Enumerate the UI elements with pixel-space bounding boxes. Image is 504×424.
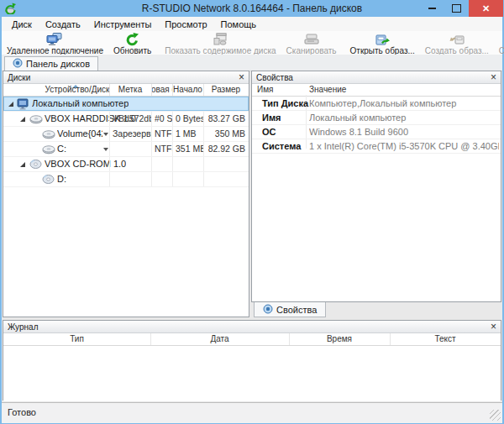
disks-panel-header: Диски × — [3, 71, 249, 84]
tree-item-label: Volume{0423d66f- — [57, 127, 102, 141]
column-header-value[interactable]: Значение — [309, 84, 410, 96]
close-icon[interactable]: × — [491, 73, 496, 81]
maximize-button[interactable] — [444, 0, 469, 17]
column-header-text[interactable]: Текст — [390, 333, 501, 345]
minimize-button[interactable] — [420, 0, 444, 17]
column-header-filesystem[interactable]: овая си — [151, 84, 172, 96]
remote-connection-icon — [46, 33, 63, 46]
cell-size: 82.92 GB — [203, 142, 249, 156]
column-header-type[interactable]: Тип — [3, 333, 150, 345]
cell-filesystem: #0 S... — [151, 112, 172, 126]
toolbar-button-refresh[interactable]: Обновить — [108, 31, 156, 55]
log-body[interactable] — [3, 346, 501, 401]
menu-bar: Диск Создать Инструменты Просмотр Помощь — [2, 17, 502, 31]
log-panel-header: Журнал × — [3, 321, 501, 333]
tree-item-label: Локальный компьютер — [32, 97, 129, 111]
dropdown-arrow-icon[interactable] — [103, 148, 108, 151]
show-disk-content-icon — [213, 33, 228, 46]
menu-item-disk[interactable]: Диск — [5, 18, 39, 30]
column-header-start[interactable]: Начало — [172, 84, 203, 96]
property-row[interactable]: ОС Windows 8.1 Build 9600 — [252, 125, 501, 139]
expand-arrow-icon[interactable] — [8, 102, 13, 107]
menu-item-help[interactable]: Помощь — [214, 18, 264, 30]
close-icon[interactable]: × — [239, 73, 244, 81]
disks-panel: Диски × Устройство/Диск Метка овая си На… — [3, 71, 249, 317]
column-header-name[interactable]: Имя — [257, 84, 299, 96]
tree-row-volume[interactable]: Volume{0423d66f- Зарезервиро... NTFS 1 M… — [3, 127, 249, 142]
tree-row-cdrom[interactable]: VBOX CD-ROM 1.0 — [3, 157, 249, 172]
cell-label: Зарезервиро... — [109, 127, 152, 141]
property-value: Локальный компьютер — [309, 111, 499, 124]
create-image-icon — [449, 33, 465, 46]
harddisk-icon — [29, 114, 43, 126]
cell-start — [172, 157, 203, 171]
column-header-label[interactable]: Метка — [109, 84, 151, 96]
expand-arrow-icon[interactable] — [20, 117, 25, 122]
cell-size — [203, 157, 249, 171]
title-bar[interactable]: R-STUDIO Network 8.0.164464 - Панель дис… — [0, 0, 504, 17]
tab-disk-panel[interactable]: Панель дисков — [4, 56, 98, 71]
property-name: ОС — [262, 125, 276, 139]
property-row[interactable]: Система 1 x Intel(R) Core(TM) i5-3570K C… — [252, 139, 501, 154]
cell-size: 350 MB — [203, 127, 249, 141]
disks-column-header: Устройство/Диск Метка овая си Начало Раз… — [3, 84, 249, 97]
minimize-icon — [428, 8, 436, 9]
cell-label — [109, 157, 152, 171]
properties-panel: Свойства × Имя Значение Тип Диска Компью… — [251, 71, 501, 302]
close-button[interactable]: ✕ — [469, 0, 503, 17]
column-header-time[interactable]: Время — [289, 333, 390, 345]
dropdown-arrow-icon[interactable] — [103, 133, 108, 136]
cell-filesystem: NTFS — [151, 142, 172, 156]
cell-filesystem — [151, 172, 172, 186]
column-separator — [151, 84, 152, 96]
menu-item-view[interactable]: Просмотр — [158, 18, 213, 30]
close-icon[interactable]: × — [491, 322, 496, 331]
toolbar-button-open-image[interactable]: Открыть образ... — [345, 31, 420, 55]
open-image-icon — [375, 33, 390, 46]
volume-icon — [42, 144, 55, 156]
disks-panel-title: Диски — [8, 73, 30, 82]
property-row[interactable]: Имя Локальный компьютер — [252, 111, 501, 125]
properties-panel-header: Свойства × — [252, 71, 501, 84]
tab-label: Панель дисков — [26, 59, 90, 69]
expand-arrow-icon[interactable] — [20, 162, 25, 167]
property-row[interactable]: Тип Диска Компьютер,Локальный компьютер — [252, 97, 501, 111]
cd-icon — [29, 159, 42, 171]
menu-item-create[interactable]: Создать — [39, 18, 87, 30]
properties-column-header: Имя Значение — [252, 84, 501, 97]
cell-start: 0 Bytes — [172, 112, 203, 126]
tree-item-label: D: — [57, 172, 66, 186]
property-value: Windows 8.1 Build 9600 — [309, 125, 499, 139]
column-separator — [150, 333, 151, 345]
tree-row-local-computer[interactable]: Локальный компьютер — [3, 97, 249, 112]
column-separator — [172, 84, 173, 96]
resize-grip-icon[interactable] — [490, 410, 501, 421]
volume-icon — [42, 129, 55, 141]
maximize-icon — [452, 4, 461, 13]
cell-label — [109, 172, 152, 186]
column-separator — [109, 84, 110, 96]
property-value: 1 x Intel(R) Core(TM) i5-3570K CPU @ 3.4… — [309, 139, 499, 153]
toolbar-button-create-image[interactable]: Создать образ... — [420, 31, 494, 55]
tree-row-d-drive[interactable]: D: — [3, 172, 249, 187]
scan-icon — [304, 33, 319, 46]
cell-label: VBd572dbed-... — [109, 112, 152, 126]
toolbar-button-remote-connection[interactable]: Удаленное подключение — [2, 31, 108, 55]
column-header-size[interactable]: Размер — [203, 84, 249, 96]
tab-properties[interactable]: Свойства — [254, 302, 326, 317]
cell-start — [172, 172, 203, 186]
status-bar: Готово — [2, 402, 502, 423]
toolbar-button-scan[interactable]: Сканировать — [281, 31, 342, 55]
column-separator — [390, 333, 391, 345]
tree-row-c-drive[interactable]: C: NTFS 351 MB 82.92 GB — [3, 142, 249, 157]
tree-row-harddisk[interactable]: VBOX HARDDISK 1.0 VBd572dbed-... #0 S...… — [3, 112, 249, 127]
status-text: Готово — [8, 403, 36, 421]
toolbar-button-create-region[interactable]: Создать регион... — [494, 31, 504, 55]
refresh-icon — [125, 33, 139, 46]
cell-start: 351 MB — [172, 142, 203, 156]
properties-panel-title: Свойства — [256, 73, 293, 82]
toolbar-button-show-disk-content[interactable]: Показать содержимое диска — [160, 31, 281, 55]
menu-item-tools[interactable]: Инструменты — [87, 18, 159, 30]
toolbar: Удаленное подключение Обновить — [2, 31, 502, 55]
column-header-date[interactable]: Дата — [150, 333, 289, 345]
